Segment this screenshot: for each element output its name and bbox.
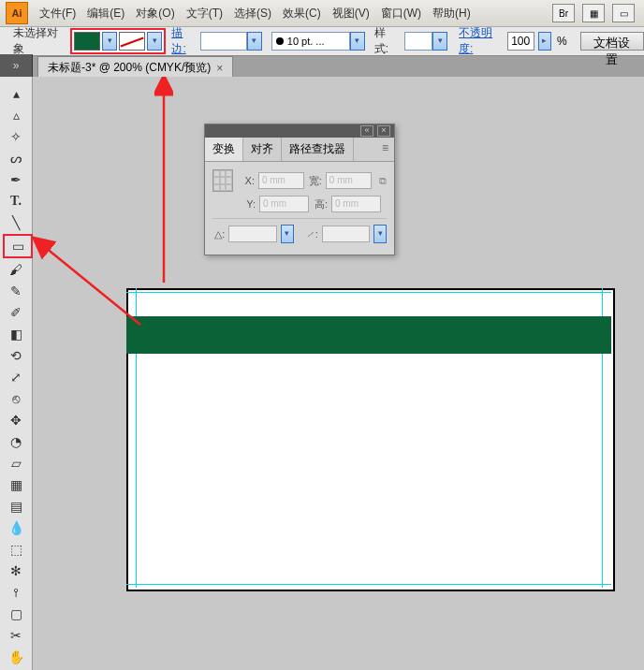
x-label: X: <box>241 175 255 186</box>
fill-stroke-highlight: ▾ ▾ <box>70 28 166 54</box>
tool-paintbrush[interactable]: 🖌 <box>3 259 29 280</box>
tool-pen[interactable]: ✒ <box>3 169 29 190</box>
link-wh-icon[interactable]: ⧉ <box>379 175 387 187</box>
options-bar: 未选择对象 ▾ ▾ 描边: ▾ 10 pt. ...▾ 样式: ▾ 不透明度: … <box>0 27 644 56</box>
annotation-arrow-1 <box>154 77 173 284</box>
panel-menu-icon[interactable]: ≡ <box>376 138 394 161</box>
shear-input[interactable] <box>322 226 371 242</box>
y-input[interactable]: 0 mm <box>259 196 309 212</box>
x-input[interactable]: 0 mm <box>258 172 304 189</box>
tab-title: 未标题-3* @ 200% (CMYK/预览) <box>48 60 211 76</box>
tool-selection[interactable]: ▴ <box>3 83 29 104</box>
menu-edit[interactable]: 编辑(E) <box>81 6 130 22</box>
stroke-label[interactable]: 描边: <box>169 25 196 57</box>
tool-hand[interactable]: ✋ <box>3 647 29 667</box>
tab-close-icon[interactable]: × <box>216 62 223 75</box>
brush-combo[interactable]: 10 pt. ... <box>271 32 350 51</box>
opacity-input[interactable]: 100 <box>507 32 534 51</box>
tool-blend[interactable]: ⬚ <box>3 539 29 560</box>
tool-lasso[interactable]: ᔕ <box>3 148 29 168</box>
style-combo[interactable] <box>404 32 432 51</box>
app-logo: Ai <box>6 2 28 24</box>
tool-rotate[interactable]: ⟲ <box>3 345 29 366</box>
angle-label: △: <box>212 228 225 240</box>
transform-panel[interactable]: « × 变换 对齐 路径查找器 ≡ X: 0 mm 宽: 0 mm ⧉ Y: 0… <box>204 124 395 255</box>
tool-eyedropper[interactable]: 💧 <box>3 517 29 538</box>
shear-dd[interactable]: ▾ <box>373 225 387 243</box>
pct-label: % <box>557 35 567 48</box>
reference-point[interactable] <box>212 169 233 192</box>
menu-view[interactable]: 视图(V) <box>327 6 375 22</box>
tab-collapse-icon[interactable]: » <box>0 54 33 77</box>
fill-swatch[interactable] <box>74 32 100 51</box>
y-label: Y: <box>241 198 256 210</box>
document-tabstrip: 未标题-3* @ 200% (CMYK/预览) × <box>0 56 644 79</box>
menu-type[interactable]: 文字(T) <box>181 6 228 22</box>
tool-free-transform[interactable]: ✥ <box>3 410 29 430</box>
tool-perspective[interactable]: ▱ <box>3 453 29 473</box>
panel-titlebar[interactable]: « × <box>205 124 394 138</box>
tool-eraser[interactable]: ◧ <box>3 324 29 344</box>
bridge-icon[interactable]: Br <box>552 4 575 22</box>
guide-bottom <box>126 584 611 585</box>
guide-top <box>126 292 611 293</box>
tool-direct-select[interactable]: ▵ <box>3 105 29 125</box>
tool-mesh[interactable]: ▦ <box>3 474 29 495</box>
svg-line-1 <box>40 243 140 325</box>
w-label: 宽: <box>308 174 322 188</box>
stroke-swatch[interactable] <box>119 32 145 51</box>
stroke-weight-dd[interactable]: ▾ <box>247 32 262 51</box>
menu-effect[interactable]: 效果(C) <box>277 6 327 22</box>
tool-rectangle[interactable]: ▭ <box>3 234 33 258</box>
stroke-dropdown[interactable]: ▾ <box>147 32 162 51</box>
h-label: 高: <box>313 197 328 211</box>
h-input[interactable]: 0 mm <box>331 196 381 212</box>
stroke-weight-value[interactable] <box>200 32 247 51</box>
tool-slice[interactable]: ✂ <box>3 625 29 646</box>
panel-tab-pathfinder[interactable]: 路径查找器 <box>282 138 354 161</box>
screen-mode-icon[interactable]: ▭ <box>612 4 635 22</box>
canvas[interactable]: « × 变换 对齐 路径查找器 ≡ X: 0 mm 宽: 0 mm ⧉ Y: 0… <box>33 77 644 670</box>
tool-pencil[interactable]: ✎ <box>3 281 29 301</box>
tool-line[interactable]: ╲ <box>3 212 29 233</box>
menu-file[interactable]: 文件(F) <box>34 6 81 22</box>
panel-body: X: 0 mm 宽: 0 mm ⧉ Y: 0 mm 高: 0 mm △: ▾ ⟋… <box>205 162 394 255</box>
panel-close-icon[interactable]: × <box>377 125 390 137</box>
style-dd[interactable]: ▾ <box>432 32 447 51</box>
brush-dd[interactable]: ▾ <box>350 32 365 51</box>
tool-artboard[interactable]: ▢ <box>3 604 29 624</box>
tool-type[interactable]: T. <box>3 191 29 211</box>
menu-help[interactable]: 帮助(H) <box>427 6 476 22</box>
panel-tab-transform[interactable]: 变换 <box>205 138 243 161</box>
fill-dropdown[interactable]: ▾ <box>102 32 117 51</box>
tool-blob-brush[interactable]: ✐ <box>3 302 29 323</box>
opacity-label[interactable]: 不透明度: <box>457 25 504 57</box>
angle-dd[interactable]: ▾ <box>281 225 294 243</box>
tool-symbol-sprayer[interactable]: ✻ <box>3 561 29 581</box>
tool-scale[interactable]: ⤢ <box>3 367 29 387</box>
document-tab[interactable]: 未标题-3* @ 200% (CMYK/预览) × <box>37 56 233 79</box>
menu-select[interactable]: 选择(S) <box>228 6 277 22</box>
tool-gradient[interactable]: ▤ <box>3 496 29 517</box>
tool-width[interactable]: ⎋ <box>3 388 29 409</box>
panel-collapse-icon[interactable]: « <box>360 125 373 137</box>
menu-object[interactable]: 对象(O) <box>130 6 180 22</box>
toolbox: ▴ ▵ ✧ ᔕ ✒ T. ╲ ▭ 🖌 ✎ ✐ ◧ ⟲ ⤢ ⎋ ✥ ◔ ▱ ▦ ▤… <box>0 77 33 670</box>
tool-shape-builder[interactable]: ◔ <box>3 431 29 452</box>
drawn-rectangle[interactable] <box>126 316 611 354</box>
tool-graph[interactable]: ⫯ <box>3 582 29 603</box>
style-label: 样式: <box>374 25 397 57</box>
shear-label: ⟋: <box>305 228 318 240</box>
menu-window[interactable]: 窗口(W) <box>375 6 427 22</box>
angle-input[interactable] <box>228 226 277 242</box>
tool-magic-wand[interactable]: ✧ <box>3 126 29 147</box>
opacity-dd[interactable]: ▸ <box>538 32 551 51</box>
doc-setup-button[interactable]: 文档设置 <box>580 32 644 51</box>
panel-tab-align[interactable]: 对齐 <box>243 138 282 161</box>
no-selection-label: 未选择对象 <box>13 25 63 57</box>
menu-bar: Ai 文件(F) 编辑(E) 对象(O) 文字(T) 选择(S) 效果(C) 视… <box>0 0 644 27</box>
w-input[interactable]: 0 mm <box>326 172 372 189</box>
arrange-docs-icon[interactable]: ▦ <box>582 4 605 22</box>
